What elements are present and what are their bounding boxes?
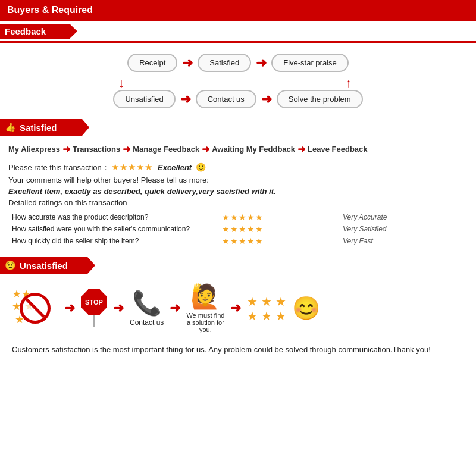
smiley-icon: 🙂 xyxy=(196,162,206,172)
nav-leave-feedback[interactable]: Leave Feedback xyxy=(308,145,367,154)
bold-review: Excellent item, exactly as described, qu… xyxy=(8,187,468,196)
unsat-question: 🙋 We must find a solution for you. xyxy=(186,283,224,333)
flow-five-star: Five-star praise xyxy=(271,54,349,72)
flow-contact-us: Contact us xyxy=(196,90,256,108)
satisfied-emoji: 👍 xyxy=(5,122,16,133)
q1-label: How accurate was the product descripiton… xyxy=(10,212,218,223)
unsat-contact: 📞 Contact us xyxy=(130,289,164,327)
nav-awaiting[interactable]: Awaiting My Feddback xyxy=(212,145,295,154)
help-text: Your comments will help other buyers! Pl… xyxy=(8,176,468,184)
nav-manage-feedback[interactable]: Manage Feedback xyxy=(133,145,199,154)
nav-my-aliexpress[interactable]: My Aliexpress xyxy=(8,145,60,154)
q2-rating: Very Satisfied xyxy=(340,224,466,234)
unsat-arrow-2: ➜ xyxy=(113,302,124,315)
unsat-stop-sign: STOP xyxy=(81,289,107,327)
excellent-label: Excellent xyxy=(158,163,192,172)
satisfied-title: Satisfied xyxy=(20,123,57,133)
flow-solve: Solve the problem xyxy=(277,90,363,108)
rating-section: Please rate this transaction： ★★★★★ Exce… xyxy=(0,159,476,253)
flow-unsatisfied: Unsatisfied xyxy=(113,90,175,108)
q3-label: How quickly did the seller ship the item… xyxy=(10,236,218,246)
arrow-contact-solve: ➜ xyxy=(261,93,272,106)
q2-stars: ★★★★★ xyxy=(220,224,339,234)
breadcrumb: My Aliexpress ➜ Transactions ➜ Manage Fe… xyxy=(0,136,476,159)
buyers-required-header: Buyers & Required xyxy=(0,0,476,21)
please-rate-text: Please rate this transaction： xyxy=(8,163,109,172)
bottom-text: Customers satisfaction is the most impor… xyxy=(12,338,464,356)
feedback-section-header: Feedback xyxy=(0,21,77,41)
arrow-unsat-contact: ➜ xyxy=(180,93,191,106)
ratings-table: How accurate was the product descripiton… xyxy=(8,211,468,248)
solution-label: We must find a solution for you. xyxy=(186,312,224,333)
rating-row-3: How quickly did the seller ship the item… xyxy=(10,236,466,246)
q2-label: How satisfied were you with the seller's… xyxy=(10,224,218,234)
q3-rating: Very Fast xyxy=(340,236,466,246)
feedback-title: Feedback xyxy=(5,26,46,36)
nav-transactions[interactable]: Transactions xyxy=(73,145,120,154)
arrow-down-receipt: ↓ xyxy=(92,77,151,90)
detailed-ratings-label: Detailed ratings on this transaction xyxy=(8,198,468,207)
unsat-arrow-1: ➜ xyxy=(64,302,75,315)
flow-satisfied: Satisfied xyxy=(198,54,251,72)
q3-stars: ★★★★★ xyxy=(220,236,339,246)
flow-diagram: Receipt ➜ Satisfied ➜ Five-star praise ↓… xyxy=(0,43,476,119)
flow-receipt: Receipt xyxy=(127,54,177,72)
unsat-flow-row: ★★★ ★ ★ ➜ STOP ➜ 📞 Contact us ➜ 🙋 We mus… xyxy=(12,283,464,333)
nav-arrow-3: ➜ xyxy=(202,143,209,155)
nav-arrow-1: ➜ xyxy=(62,143,70,155)
unsat-no-stars: ★★★ ★ ★ xyxy=(12,288,58,328)
arrow-up-fivestar: ↑ xyxy=(313,77,384,90)
unsat-happy-result: ★ ★ ★ ★ ★ ★ 😊 xyxy=(247,295,320,322)
unsatisfied-flow-section: ★★★ ★ ★ ➜ STOP ➜ 📞 Contact us ➜ 🙋 We mus… xyxy=(0,274,476,362)
unsat-arrow-4: ➜ xyxy=(230,302,241,315)
buyers-required-title: Buyers & Required xyxy=(7,5,93,15)
nav-arrow-2: ➜ xyxy=(123,143,130,155)
rate-line: Please rate this transaction： ★★★★★ Exce… xyxy=(8,162,468,173)
arrow-receipt-satisfied: ➜ xyxy=(182,57,193,70)
unsat-arrow-3: ➜ xyxy=(170,302,180,315)
rating-row-2: How satisfied were you with the seller's… xyxy=(10,224,466,234)
rating-stars: ★★★★★ xyxy=(111,162,153,172)
contact-label: Contact us xyxy=(130,318,164,327)
arrow-satisfied-fivestar: ➜ xyxy=(256,57,267,70)
rating-row-1: How accurate was the product descripiton… xyxy=(10,212,466,223)
unsatisfied-section-header: 😟 Unsatisfied xyxy=(0,257,476,274)
unsatisfied-title: Unsatisfied xyxy=(20,261,68,271)
unsatisfied-emoji: 😟 xyxy=(5,260,16,271)
q1-rating: Very Accurate xyxy=(340,212,466,223)
nav-arrow-4: ➜ xyxy=(298,143,305,155)
q1-stars: ★★★★★ xyxy=(220,212,339,223)
satisfied-section-header: 👍 Satisfied xyxy=(0,119,476,136)
